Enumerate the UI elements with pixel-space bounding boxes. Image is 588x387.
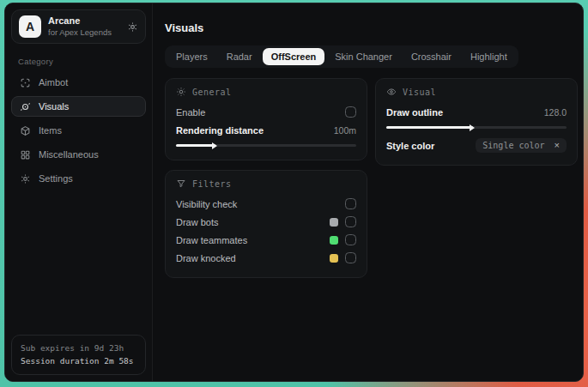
rendering-distance-slider[interactable] (176, 142, 356, 149)
style-color-row: Style color Single color × (386, 136, 567, 154)
sidebar-item-settings[interactable]: Settings (11, 168, 146, 189)
panels-left-column: General Enable Rendering distance 100m (165, 78, 367, 278)
app-subtitle: for Apex Legends (48, 27, 112, 38)
sidebar-item-aimbot[interactable]: Aimbot (11, 72, 146, 93)
sidebar-item-label: Aimbot (39, 77, 68, 88)
cube-icon (20, 125, 31, 136)
app-window: A Arcane for Apex Legends Category Aimbo… (4, 3, 584, 382)
sidebar-item-label: Miscellaneous (39, 149, 99, 160)
sidebar-item-label: Settings (39, 173, 73, 184)
draw-outline-value: 128.0 (544, 107, 567, 118)
draw-bots-label: Draw bots (176, 217, 219, 227)
sun-icon (176, 87, 186, 97)
filters-panel-header: Filters (176, 178, 356, 189)
general-panel-title: General (192, 88, 232, 97)
style-color-label: Style color (386, 141, 434, 151)
slider-thumb[interactable] (212, 142, 217, 149)
tab-bar: Players Radar OffScreen Skin Changer Cro… (165, 45, 518, 68)
general-panel: General Enable Rendering distance 100m (165, 78, 367, 160)
rendering-distance-value: 100m (334, 125, 356, 136)
general-panel-header: General (176, 87, 356, 97)
draw-knocked-row: Draw knocked (176, 249, 356, 267)
sidebar-item-items[interactable]: Items (11, 120, 146, 141)
tab-players[interactable]: Players (167, 48, 216, 65)
draw-teammates-checkbox[interactable] (345, 234, 356, 245)
enable-label: Enable (176, 107, 205, 118)
eye-icon (386, 87, 397, 97)
draw-knocked-label: Draw knocked (176, 253, 236, 263)
session-duration-text: Session duration 2m 58s (21, 354, 136, 368)
slider-fill (176, 144, 215, 147)
sidebar-nav: Aimbot Visuals Items Miscellaneous (11, 72, 146, 189)
subscription-card: Sub expires in 9d 23h Session duration 2… (11, 335, 146, 375)
tab-radar[interactable]: Radar (218, 48, 261, 65)
sidebar-item-visuals[interactable]: Visuals (11, 96, 146, 117)
page-title: Visuals (165, 21, 578, 34)
panels: General Enable Rendering distance 100m (165, 78, 578, 278)
style-color-selected-value: Single color (482, 141, 544, 150)
sidebar-item-miscellaneous[interactable]: Miscellaneous (11, 144, 146, 165)
app-header-card: A Arcane for Apex Legends (11, 9, 146, 44)
tab-highlight[interactable]: Highlight (462, 48, 516, 65)
gear-icon[interactable] (127, 21, 138, 33)
slider-fill (386, 126, 473, 129)
draw-knocked-color-swatch[interactable] (330, 254, 338, 263)
gear-icon (20, 173, 31, 184)
draw-bots-checkbox[interactable] (345, 216, 356, 227)
draw-outline-row: Draw outline 128.0 (386, 103, 567, 121)
visibility-check-label: Visibility check (176, 199, 237, 209)
style-color-select[interactable]: Single color × (476, 138, 567, 153)
visual-panel: Visual Draw outline 128.0 Style color (375, 78, 578, 166)
draw-outline-label: Draw outline (386, 107, 443, 118)
rendering-distance-label: Rendering distance (176, 125, 264, 136)
draw-knocked-checkbox[interactable] (345, 252, 356, 263)
tab-skin-changer[interactable]: Skin Changer (326, 48, 401, 65)
eye-scan-icon (20, 101, 31, 112)
funnel-icon (176, 178, 186, 189)
draw-teammates-label: Draw teammates (176, 235, 247, 245)
sub-expires-text: Sub expires in 9d 23h (21, 342, 136, 355)
filters-panel-title: Filters (192, 179, 232, 189)
draw-bots-color-swatch[interactable] (330, 218, 338, 227)
filters-panel: Filters Visibility check Draw bots (165, 170, 367, 278)
panels-right-column: Visual Draw outline 128.0 Style color (375, 78, 578, 166)
main-content: Visuals Players Radar OffScreen Skin Cha… (153, 3, 584, 381)
draw-teammates-row: Draw teammates (176, 231, 356, 249)
sidebar: A Arcane for Apex Legends Category Aimbo… (5, 3, 153, 381)
rendering-distance-row: Rendering distance 100m (176, 121, 356, 139)
tab-offscreen[interactable]: OffScreen (263, 48, 325, 65)
sidebar-item-label: Items (39, 125, 62, 136)
grid-icon (20, 149, 31, 160)
draw-bots-row: Draw bots (176, 213, 356, 231)
app-logo: A (19, 15, 41, 38)
app-meta: Arcane for Apex Legends (48, 15, 112, 38)
visibility-check-row: Visibility check (176, 195, 356, 213)
category-label: Category (18, 57, 139, 66)
draw-outline-slider[interactable] (386, 124, 567, 131)
sidebar-item-label: Visuals (39, 101, 69, 112)
crosshair-icon (20, 77, 31, 88)
app-name: Arcane (48, 15, 112, 27)
enable-checkbox[interactable] (345, 106, 356, 118)
visual-panel-header: Visual (386, 87, 567, 97)
draw-teammates-color-swatch[interactable] (330, 236, 338, 245)
enable-row: Enable (176, 103, 356, 121)
clear-icon[interactable]: × (555, 141, 560, 150)
visual-panel-title: Visual (403, 88, 436, 97)
slider-thumb[interactable] (470, 124, 475, 131)
tab-crosshair[interactable]: Crosshair (403, 48, 460, 65)
visibility-check-checkbox[interactable] (345, 198, 356, 209)
